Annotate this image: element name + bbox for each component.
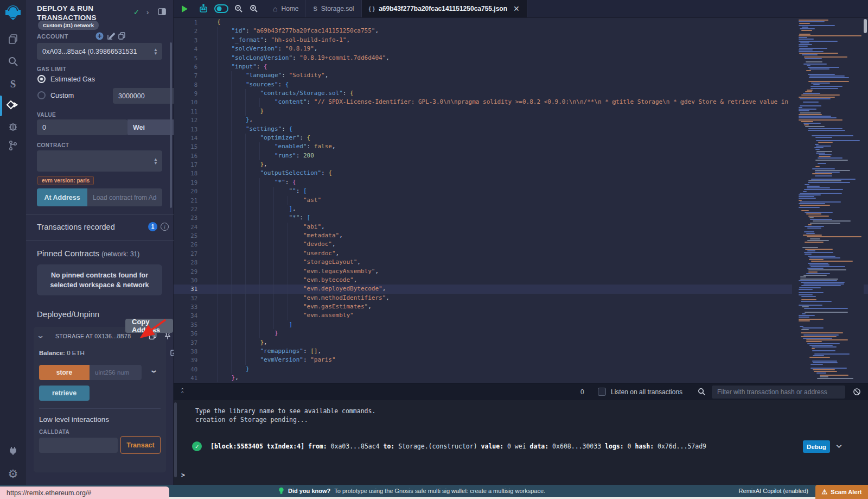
code-line[interactable]: 39 "evmVersion": "paris"	[174, 356, 868, 364]
retrieve-button[interactable]: retrieve	[39, 386, 90, 401]
code-line[interactable]: 21 "ast"	[174, 196, 868, 205]
line-number[interactable]: 36	[174, 329, 208, 338]
code-line[interactable]: 35 ]	[174, 320, 868, 329]
solidity-compiler-icon[interactable]: S	[0, 74, 26, 94]
copilot-status[interactable]: RemixAI Copilot (enabled)	[739, 488, 808, 494]
line-number[interactable]: 32	[174, 294, 208, 302]
line-number[interactable]: 22	[174, 205, 208, 213]
code-line[interactable]: 32 "evm.methodIdentifiers",	[174, 294, 868, 302]
line-number[interactable]: 31	[174, 285, 208, 293]
copilot-toggle-icon[interactable]	[212, 0, 231, 17]
line-number[interactable]: 30	[174, 276, 208, 285]
code-line[interactable]: 25 "metadata",	[174, 231, 868, 240]
git-icon[interactable]	[0, 136, 26, 155]
expand-tx-icon[interactable]: ⌄	[835, 439, 843, 449]
line-number[interactable]: 16	[174, 151, 208, 160]
contract-select[interactable]: ▲▼	[37, 150, 162, 172]
code-line[interactable]: 27 "userdoc",	[174, 249, 868, 258]
code-line[interactable]: 26 "devdoc",	[174, 240, 868, 249]
tx-summary[interactable]: [block:5583405 txIndex:4] from: 0xa03...…	[210, 443, 706, 450]
code-line[interactable]: 16 "runs": 200	[174, 151, 868, 160]
terminal-scrollbar[interactable]	[174, 402, 177, 477]
code-line[interactable]: 22 ],	[174, 205, 868, 213]
remix-logo-icon[interactable]	[0, 3, 26, 22]
line-number[interactable]: 2	[174, 27, 208, 35]
tab-home[interactable]: ⌂ Home	[266, 0, 306, 17]
line-number[interactable]: 10	[174, 98, 208, 106]
clear-console-icon[interactable]	[853, 388, 861, 398]
line-number[interactable]: 34	[174, 311, 208, 320]
expand-terminal-icon[interactable]: ⌃⌃	[180, 389, 184, 395]
line-number[interactable]: 25	[174, 231, 208, 240]
code-line[interactable]: 13 "settings": {	[174, 125, 868, 134]
code-line[interactable]: 28 "storageLayout",	[174, 258, 868, 267]
store-input[interactable]: uint256 num	[90, 365, 142, 380]
line-number[interactable]: 20	[174, 187, 208, 195]
transactions-info-icon[interactable]: i	[161, 223, 169, 231]
line-number[interactable]: 1	[174, 18, 208, 27]
line-number[interactable]: 39	[174, 356, 208, 364]
edit-account-icon[interactable]	[107, 32, 115, 42]
file-explorer-icon[interactable]	[0, 29, 26, 49]
code-line[interactable]: 18 "outputSelection": {	[174, 169, 868, 178]
filter-input[interactable]: Filter with transaction hash or address	[712, 386, 845, 399]
tab-build-info-json[interactable]: { } a69b43f277ba20fcac141151250ca755.jso…	[362, 0, 527, 17]
code-line[interactable]: 5 "solcLongVersion": "0.8.19+commit.7dd6…	[174, 54, 868, 62]
plugin-manager-icon[interactable]	[0, 441, 26, 460]
code-line[interactable]: 4 "solcVersion": "0.8.19",	[174, 45, 868, 53]
code-line[interactable]: 14 "optimizer": {	[174, 134, 868, 142]
code-line[interactable]: 37 },	[174, 338, 868, 347]
debug-button[interactable]: Debug	[803, 440, 830, 453]
line-number[interactable]: 14	[174, 134, 208, 142]
at-address-input[interactable]: Load contract from Addr	[87, 188, 162, 206]
code-line[interactable]: 7 "language": "Solidity",	[174, 71, 868, 80]
line-number[interactable]: 23	[174, 213, 208, 222]
line-number[interactable]: 26	[174, 240, 208, 249]
code-line[interactable]: 40 }	[174, 365, 868, 374]
at-address-button[interactable]: At Address	[37, 188, 87, 206]
line-number[interactable]: 28	[174, 258, 208, 267]
scam-alert-button[interactable]: ⚠ Scam Alert	[815, 485, 868, 499]
line-number[interactable]: 37	[174, 338, 208, 347]
line-number[interactable]: 9	[174, 89, 208, 98]
store-button[interactable]: store	[39, 365, 90, 380]
line-number[interactable]: 3	[174, 36, 208, 45]
add-account-icon[interactable]	[95, 32, 104, 42]
line-number[interactable]: 6	[174, 62, 208, 71]
code-line[interactable]: 10 "content": "// SPDX-License-Identifie…	[174, 98, 868, 106]
debugger-icon[interactable]	[0, 117, 26, 136]
line-number[interactable]: 24	[174, 223, 208, 231]
code-line[interactable]: 23 "*": [	[174, 213, 868, 222]
ai-copilot-robot-icon[interactable]	[195, 0, 212, 17]
code-line[interactable]: 30 "evm.bytecode",	[174, 276, 868, 285]
line-number[interactable]: 17	[174, 160, 208, 169]
line-number[interactable]: 35	[174, 320, 208, 329]
line-number[interactable]: 18	[174, 169, 208, 178]
panel-forward-icon[interactable]: ›	[146, 8, 149, 16]
code-line[interactable]: 34 "evm.assembly"	[174, 311, 868, 320]
code-line[interactable]: 9 "contracts/Storage.sol": {	[174, 89, 868, 98]
code-line[interactable]: 1{	[174, 18, 868, 27]
line-number[interactable]: 19	[174, 178, 208, 187]
line-number[interactable]: 29	[174, 267, 208, 276]
listen-checkbox[interactable]	[598, 388, 606, 396]
line-number[interactable]: 12	[174, 116, 208, 124]
deploy-run-icon[interactable]	[0, 97, 26, 116]
copy-account-icon[interactable]	[118, 32, 125, 42]
code-line[interactable]: 8 "sources": {	[174, 80, 868, 89]
line-number[interactable]: 13	[174, 125, 208, 134]
value-input[interactable]: 0	[37, 119, 127, 135]
custom-gas-radio[interactable]	[37, 91, 46, 99]
line-number[interactable]: 15	[174, 142, 208, 151]
contract-stepper-icon[interactable]: ▲▼	[154, 157, 158, 165]
code-line[interactable]: 11 }	[174, 107, 868, 116]
code-line[interactable]: 20 "": [	[174, 187, 868, 195]
line-number[interactable]: 4	[174, 45, 208, 53]
code-line[interactable]: 33 "evm.gasEstimates",	[174, 302, 868, 311]
transact-button[interactable]: Transact	[120, 436, 161, 454]
estimated-gas-radio[interactable]	[37, 75, 46, 83]
close-tab-icon[interactable]: ✕	[513, 4, 520, 13]
code-line[interactable]: 36 }	[174, 329, 868, 338]
line-number[interactable]: 38	[174, 347, 208, 356]
code-line[interactable]: 6 "input": {	[174, 62, 868, 71]
